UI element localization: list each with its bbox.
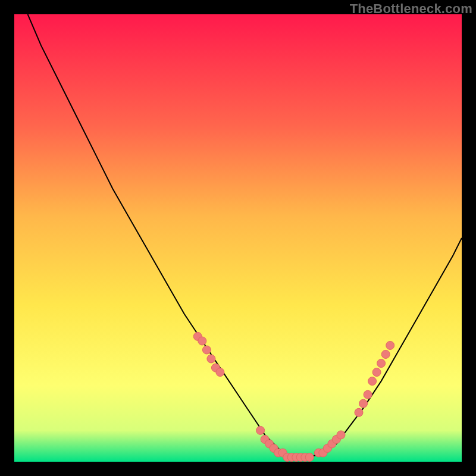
marker-dot xyxy=(377,359,386,368)
bottleneck-chart xyxy=(14,14,462,462)
marker-dot xyxy=(381,350,390,359)
marker-dot xyxy=(337,431,345,439)
marker-dot xyxy=(198,337,206,345)
watermark-text: TheBottleneck.com xyxy=(350,1,472,17)
marker-dot xyxy=(372,368,381,377)
marker-dot xyxy=(355,408,363,416)
marker-dot xyxy=(305,453,314,462)
marker-dot xyxy=(216,368,224,377)
marker-dot xyxy=(364,390,372,399)
marker-dot xyxy=(207,355,215,363)
marker-dot xyxy=(359,399,368,408)
marker-dot xyxy=(202,346,211,354)
chart-frame xyxy=(14,14,462,462)
marker-dot xyxy=(386,342,394,350)
marker-dot xyxy=(368,377,377,386)
marker-dot xyxy=(256,426,265,434)
